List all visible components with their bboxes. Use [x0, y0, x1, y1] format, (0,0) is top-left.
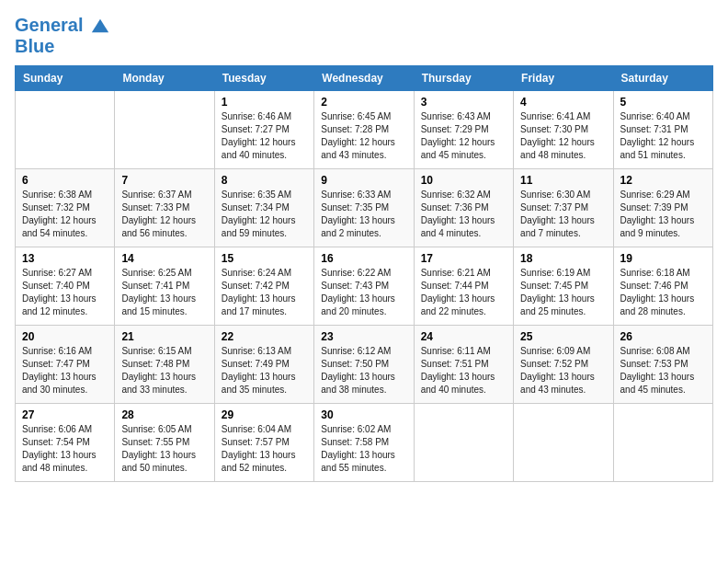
page-header: General Blue	[15, 15, 713, 56]
calendar-cell: 21Sunrise: 6:15 AM Sunset: 7:48 PM Dayli…	[115, 325, 214, 403]
calendar-cell: 17Sunrise: 6:21 AM Sunset: 7:44 PM Dayli…	[414, 247, 513, 325]
day-info: Sunrise: 6:30 AM Sunset: 7:37 PM Dayligh…	[520, 189, 606, 240]
svg-marker-0	[92, 18, 108, 32]
day-number: 27	[22, 408, 108, 421]
day-info: Sunrise: 6:18 AM Sunset: 7:46 PM Dayligh…	[620, 267, 706, 318]
day-info: Sunrise: 6:46 AM Sunset: 7:27 PM Dayligh…	[222, 110, 307, 162]
day-number: 20	[22, 330, 108, 343]
day-info: Sunrise: 6:06 AM Sunset: 7:54 PM Dayligh…	[22, 423, 108, 475]
logo: General Blue	[15, 15, 110, 56]
day-number: 11	[520, 174, 606, 187]
calendar-cell	[613, 403, 712, 481]
day-number: 8	[222, 174, 307, 187]
day-number: 26	[620, 330, 706, 343]
day-number: 29	[222, 408, 307, 421]
calendar-cell: 15Sunrise: 6:24 AM Sunset: 7:42 PM Dayli…	[214, 247, 313, 325]
calendar-cell: 18Sunrise: 6:19 AM Sunset: 7:45 PM Dayli…	[514, 247, 613, 325]
calendar-cell: 13Sunrise: 6:27 AM Sunset: 7:40 PM Dayli…	[16, 247, 115, 325]
day-number: 3	[421, 96, 506, 109]
day-info: Sunrise: 6:04 AM Sunset: 7:57 PM Dayligh…	[222, 423, 307, 475]
day-number: 25	[520, 330, 606, 343]
day-number: 6	[22, 174, 108, 187]
day-info: Sunrise: 6:38 AM Sunset: 7:32 PM Dayligh…	[22, 189, 108, 240]
day-info: Sunrise: 6:02 AM Sunset: 7:58 PM Dayligh…	[321, 423, 406, 475]
day-info: Sunrise: 6:41 AM Sunset: 7:30 PM Dayligh…	[520, 110, 606, 162]
calendar-cell: 19Sunrise: 6:18 AM Sunset: 7:46 PM Dayli…	[613, 247, 712, 325]
day-number: 1	[222, 96, 307, 109]
day-info: Sunrise: 6:35 AM Sunset: 7:34 PM Dayligh…	[222, 189, 307, 240]
calendar-cell: 14Sunrise: 6:25 AM Sunset: 7:41 PM Dayli…	[115, 247, 214, 325]
day-number: 13	[22, 252, 108, 265]
day-info: Sunrise: 6:45 AM Sunset: 7:28 PM Dayligh…	[321, 110, 406, 162]
calendar-cell: 29Sunrise: 6:04 AM Sunset: 7:57 PM Dayli…	[214, 403, 313, 481]
day-number: 23	[321, 330, 406, 343]
calendar-cell: 30Sunrise: 6:02 AM Sunset: 7:58 PM Dayli…	[314, 403, 414, 481]
day-info: Sunrise: 6:21 AM Sunset: 7:44 PM Dayligh…	[421, 267, 506, 318]
day-number: 19	[620, 252, 706, 265]
calendar-cell: 23Sunrise: 6:12 AM Sunset: 7:50 PM Dayli…	[314, 325, 414, 403]
col-header-wednesday: Wednesday	[314, 65, 414, 90]
calendar-cell: 28Sunrise: 6:05 AM Sunset: 7:55 PM Dayli…	[115, 403, 214, 481]
day-info: Sunrise: 6:33 AM Sunset: 7:35 PM Dayligh…	[321, 189, 406, 240]
col-header-monday: Monday	[115, 65, 214, 90]
calendar-cell: 8Sunrise: 6:35 AM Sunset: 7:34 PM Daylig…	[214, 168, 313, 247]
col-header-friday: Friday	[514, 65, 613, 90]
day-info: Sunrise: 6:43 AM Sunset: 7:29 PM Dayligh…	[421, 110, 506, 162]
col-header-saturday: Saturday	[613, 65, 712, 90]
calendar-cell: 11Sunrise: 6:30 AM Sunset: 7:37 PM Dayli…	[514, 168, 613, 247]
calendar-cell: 5Sunrise: 6:40 AM Sunset: 7:31 PM Daylig…	[613, 90, 712, 168]
day-number: 4	[520, 96, 606, 109]
calendar-cell: 24Sunrise: 6:11 AM Sunset: 7:51 PM Dayli…	[414, 325, 513, 403]
calendar-cell: 10Sunrise: 6:32 AM Sunset: 7:36 PM Dayli…	[414, 168, 513, 247]
day-number: 12	[620, 174, 706, 187]
calendar-cell: 1Sunrise: 6:46 AM Sunset: 7:27 PM Daylig…	[214, 90, 313, 168]
calendar-table: SundayMondayTuesdayWednesdayThursdayFrid…	[15, 65, 713, 482]
day-number: 17	[421, 252, 506, 265]
calendar-cell: 22Sunrise: 6:13 AM Sunset: 7:49 PM Dayli…	[214, 325, 313, 403]
day-number: 2	[321, 96, 406, 109]
col-header-sunday: Sunday	[16, 65, 115, 90]
day-info: Sunrise: 6:19 AM Sunset: 7:45 PM Dayligh…	[520, 267, 606, 318]
day-number: 10	[421, 174, 506, 187]
day-info: Sunrise: 6:16 AM Sunset: 7:47 PM Dayligh…	[22, 345, 108, 396]
day-info: Sunrise: 6:05 AM Sunset: 7:55 PM Dayligh…	[121, 423, 207, 475]
day-info: Sunrise: 6:09 AM Sunset: 7:52 PM Dayligh…	[520, 345, 606, 396]
day-info: Sunrise: 6:27 AM Sunset: 7:40 PM Dayligh…	[22, 267, 108, 318]
day-number: 22	[222, 330, 307, 343]
calendar-cell: 7Sunrise: 6:37 AM Sunset: 7:33 PM Daylig…	[115, 168, 214, 247]
calendar-cell: 16Sunrise: 6:22 AM Sunset: 7:43 PM Dayli…	[314, 247, 414, 325]
day-number: 24	[421, 330, 506, 343]
day-info: Sunrise: 6:37 AM Sunset: 7:33 PM Dayligh…	[121, 189, 207, 240]
day-info: Sunrise: 6:22 AM Sunset: 7:43 PM Dayligh…	[321, 267, 406, 318]
col-header-thursday: Thursday	[414, 65, 513, 90]
day-number: 15	[222, 252, 307, 265]
col-header-tuesday: Tuesday	[214, 65, 313, 90]
day-info: Sunrise: 6:13 AM Sunset: 7:49 PM Dayligh…	[222, 345, 307, 396]
day-info: Sunrise: 6:08 AM Sunset: 7:53 PM Dayligh…	[620, 345, 706, 396]
day-info: Sunrise: 6:40 AM Sunset: 7:31 PM Dayligh…	[620, 110, 706, 162]
day-number: 28	[121, 408, 207, 421]
day-number: 18	[520, 252, 606, 265]
calendar-cell	[514, 403, 613, 481]
calendar-cell: 27Sunrise: 6:06 AM Sunset: 7:54 PM Dayli…	[16, 403, 115, 481]
day-info: Sunrise: 6:12 AM Sunset: 7:50 PM Dayligh…	[321, 345, 406, 396]
day-info: Sunrise: 6:24 AM Sunset: 7:42 PM Dayligh…	[222, 267, 307, 318]
day-number: 16	[321, 252, 406, 265]
day-number: 9	[321, 174, 406, 187]
calendar-cell: 26Sunrise: 6:08 AM Sunset: 7:53 PM Dayli…	[613, 325, 712, 403]
calendar-cell: 25Sunrise: 6:09 AM Sunset: 7:52 PM Dayli…	[514, 325, 613, 403]
calendar-cell	[115, 90, 214, 168]
day-info: Sunrise: 6:25 AM Sunset: 7:41 PM Dayligh…	[121, 267, 207, 318]
day-info: Sunrise: 6:15 AM Sunset: 7:48 PM Dayligh…	[121, 345, 207, 396]
calendar-cell	[16, 90, 115, 168]
calendar-cell: 6Sunrise: 6:38 AM Sunset: 7:32 PM Daylig…	[16, 168, 115, 247]
calendar-cell: 9Sunrise: 6:33 AM Sunset: 7:35 PM Daylig…	[314, 168, 414, 247]
day-number: 14	[121, 252, 207, 265]
day-number: 7	[121, 174, 207, 187]
day-info: Sunrise: 6:11 AM Sunset: 7:51 PM Dayligh…	[421, 345, 506, 396]
day-info: Sunrise: 6:29 AM Sunset: 7:39 PM Dayligh…	[620, 189, 706, 240]
calendar-cell: 20Sunrise: 6:16 AM Sunset: 7:47 PM Dayli…	[16, 325, 115, 403]
day-number: 30	[321, 408, 406, 421]
calendar-cell	[414, 403, 513, 481]
calendar-cell: 2Sunrise: 6:45 AM Sunset: 7:28 PM Daylig…	[314, 90, 414, 168]
